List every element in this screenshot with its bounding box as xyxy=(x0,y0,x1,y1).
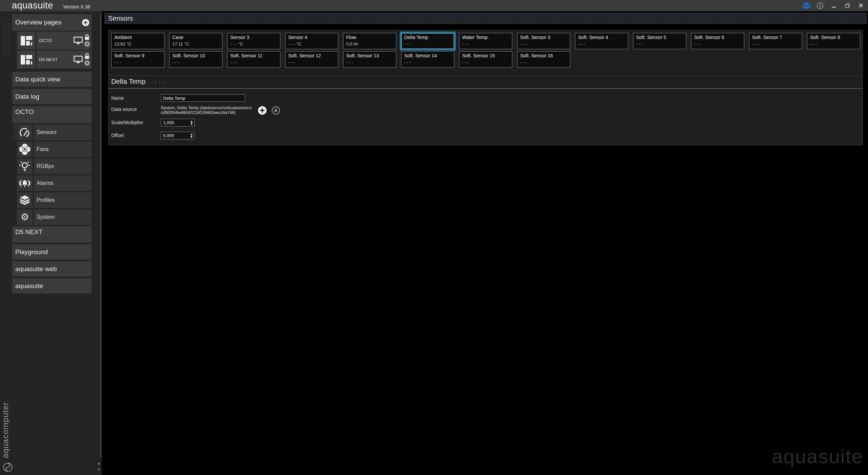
sensor-tile-label: Delta Temp xyxy=(404,35,451,40)
sensors-label-box[interactable]: Sensors xyxy=(34,125,92,140)
bulb-icon xyxy=(17,158,33,174)
sidebar-item-overview-d5next[interactable]: D5 NEXT xyxy=(17,51,92,69)
sidebar-item-octo-alarms[interactable]: Alarms xyxy=(17,175,92,191)
sidebar-item-aquasuite[interactable]: aquasuite xyxy=(12,278,92,293)
titlebar: aquasuite Version X.38 ✕ xyxy=(0,0,868,11)
sensor-tile-sensor-4[interactable]: Sensor 4- - - °C xyxy=(285,33,338,49)
sensor-tile-soft-sensor-14[interactable]: Soft. Sensor 14- - - xyxy=(401,51,454,68)
sensor-tile-sensor-3[interactable]: Sensor 3- - - °C xyxy=(227,33,280,49)
sensor-tile-label: Soft. Sensor 11 xyxy=(230,53,277,58)
sensor-tile-soft-sensor-6[interactable]: Soft. Sensor 6- - - xyxy=(691,33,744,49)
name-input[interactable] xyxy=(161,94,245,102)
sidebar-section-octo[interactable]: OCTO xyxy=(12,106,92,123)
sidebar-section-d5next[interactable]: D5 NEXT xyxy=(12,226,92,243)
rgbpx-label-box[interactable]: RGBpx xyxy=(34,158,92,174)
sensor-tile-value: - - - xyxy=(288,60,335,65)
sensor-tile-flow[interactable]: Flow0,0 l/h xyxy=(343,33,396,49)
sensors-label: Sensors xyxy=(37,129,57,135)
sensor-tile-soft-sensor-3[interactable]: Soft. Sensor 3- - - xyxy=(517,33,570,49)
sensor-tile-soft-sensor-16[interactable]: Soft. Sensor 16- - - xyxy=(517,51,570,68)
sensor-tile-soft-sensor-12[interactable]: Soft. Sensor 12- - - xyxy=(285,51,338,68)
sensor-tile-soft-sensor-10[interactable]: Soft. Sensor 10- - - xyxy=(169,51,222,68)
sidebar-item-overview-octo[interactable]: OCTO xyxy=(17,32,92,50)
rgbpx-label: RGBpx xyxy=(37,163,54,169)
sensor-tile-soft-sensor-13[interactable]: Soft. Sensor 13- - - xyxy=(343,51,396,68)
monitor-icon[interactable] xyxy=(74,37,83,44)
sidebar-item-playground[interactable]: Playground xyxy=(12,244,92,260)
sidebar-item-octo-profiles[interactable]: Profiles xyxy=(17,192,92,208)
aquasuite-window: aquasuite Version X.38 ✕ xyxy=(0,0,868,475)
sensor-tile-case[interactable]: Case17,11 °C xyxy=(169,33,222,49)
sensor-tile-label: Soft. Sensor 14 xyxy=(404,53,451,58)
gear-icon[interactable]: ⚙ xyxy=(84,40,90,48)
overview-d5next-label-box[interactable]: D5 NEXT xyxy=(37,51,92,69)
sidebar-item-data-quick-view[interactable]: Data quick view xyxy=(12,72,92,87)
octo-section-label: OCTO xyxy=(12,108,92,116)
sidebar-item-octo-system[interactable]: ⚙ System xyxy=(17,209,92,225)
sensor-tile-soft-sensor-15[interactable]: Soft. Sensor 15- - - xyxy=(459,51,512,68)
main-content: Sensors Ambient13,62 °CCase17,11 °CSenso… xyxy=(102,11,868,475)
sensor-tile-label: Soft. Sensor 3 xyxy=(520,35,567,40)
sensor-tile-label: Sensor 4 xyxy=(288,35,335,40)
gear-icon: ⚙ xyxy=(17,209,33,225)
alarms-label: Alarms xyxy=(37,180,54,186)
gauge-icon xyxy=(17,125,33,140)
sensor-tile-soft-sensor-7[interactable]: Soft. Sensor 7- - - xyxy=(749,33,802,49)
lock-icon[interactable] xyxy=(84,34,90,40)
restore-button[interactable] xyxy=(843,1,852,10)
sensor-tile-value: - - - xyxy=(810,41,857,46)
profiles-label: Profiles xyxy=(37,197,55,203)
gear-icon[interactable]: ⚙ xyxy=(84,59,90,66)
sensor-tile-ambient[interactable]: Ambient13,62 °C xyxy=(111,33,164,49)
add-overview-page-button[interactable] xyxy=(82,19,90,26)
scroll-down-icon[interactable]: ▼ xyxy=(97,468,101,472)
close-button[interactable]: ✕ xyxy=(856,1,865,10)
sensor-tile-label: Soft. Sensor 6 xyxy=(694,35,741,40)
d5next-section-label: D5 NEXT xyxy=(12,228,92,236)
overview-d5next-label: D5 NEXT xyxy=(39,57,58,62)
offset-label: Offset xyxy=(111,132,161,138)
sensor-tile-soft-sensor-11[interactable]: Soft. Sensor 11- - - xyxy=(227,51,280,68)
sensor-tile-value: - - - xyxy=(462,60,509,65)
alarms-label-box[interactable]: Alarms xyxy=(34,175,92,191)
sensor-tile-soft-sensor-5[interactable]: Soft. Sensor 5- - - xyxy=(633,33,686,49)
monitor-icon[interactable] xyxy=(74,56,83,63)
sidebar-item-octo-fans[interactable]: Fans xyxy=(17,141,92,157)
offset-stepper[interactable]: 0,000 ▲▼ xyxy=(161,132,195,139)
sidebar-item-aquasuite-web[interactable]: aquasuite web xyxy=(12,261,92,277)
sensor-tile-value: - - - °C xyxy=(230,41,277,46)
lock-icon[interactable] xyxy=(84,53,90,59)
add-data-source-button[interactable] xyxy=(258,106,267,115)
scale-stepper[interactable]: 1,000 ▲▼ xyxy=(161,119,195,127)
sensor-tile-water-temp-[interactable]: Water Temp.- - - xyxy=(459,33,512,49)
update-layers-icon[interactable] xyxy=(802,1,811,10)
system-label-box[interactable]: System xyxy=(34,209,92,225)
overview-octo-label-box[interactable]: OCTO xyxy=(37,32,92,50)
name-label: Name xyxy=(111,94,161,101)
profiles-label-box[interactable]: Profiles xyxy=(34,192,92,208)
info-icon[interactable] xyxy=(816,1,825,10)
stepper-arrows-icon[interactable]: ▲▼ xyxy=(190,133,194,138)
remove-data-source-button[interactable] xyxy=(272,106,280,115)
sensor-tile-value: - - - xyxy=(404,60,451,65)
overview-layout-icon xyxy=(17,32,36,50)
fans-label-box[interactable]: Fans xyxy=(34,141,92,157)
scroll-up-icon[interactable]: ▲ xyxy=(97,461,101,465)
minimize-button[interactable] xyxy=(829,1,838,10)
sidebar-item-data-log[interactable]: Data log xyxy=(12,89,92,104)
sensor-tile-soft-sensor-9[interactable]: Soft. Sensor 9- - - xyxy=(111,51,164,68)
sensor-tile-delta-temp[interactable]: Delta Temp- - - xyxy=(400,32,456,51)
overview-pages-label: Overview pages xyxy=(12,19,61,26)
stepper-arrows-icon[interactable]: ▲▼ xyxy=(190,120,194,125)
sidebar-item-octo-rgbpx[interactable]: RGBpx xyxy=(17,158,92,174)
scale-label: Scale/Multiplier xyxy=(111,119,161,125)
sidebar-item-octo-sensors[interactable]: Sensors xyxy=(17,125,92,140)
sensor-tile-soft-sensor-4[interactable]: Soft. Sensor 4- - - xyxy=(575,33,628,49)
sensor-tile-soft-sensor-8[interactable]: Soft. Sensor 8- - - xyxy=(807,33,860,49)
sensor-tile-value: - - - xyxy=(752,41,799,46)
system-label: System xyxy=(37,214,55,220)
data-log-label: Data log xyxy=(12,93,39,100)
aquacomputer-logo-icon xyxy=(3,462,13,472)
sensor-tile-value: 13,62 °C xyxy=(114,41,161,46)
sensor-tile-label: Flow xyxy=(346,35,393,40)
